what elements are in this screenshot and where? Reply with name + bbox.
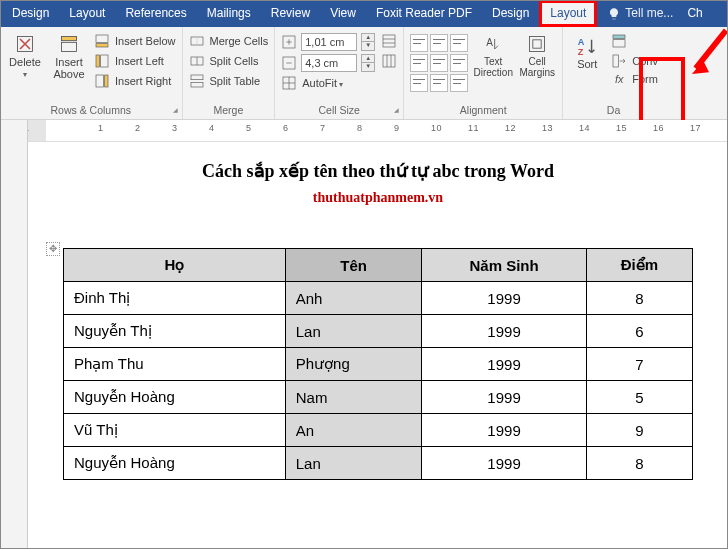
table-row[interactable]: Vũ ThịAn19999	[64, 414, 693, 447]
group-label-cell-size[interactable]: Cell Size	[281, 103, 397, 119]
sort-az-icon: A Z	[576, 36, 598, 58]
group-merge: Merge Cells Split Cells Split Table Merg…	[183, 27, 276, 119]
convert-icon	[611, 53, 627, 69]
group-rows-columns: Delete Insert Above Insert Below Insert …	[0, 27, 183, 119]
cell-ten[interactable]: An	[285, 414, 422, 447]
cell-namsinh[interactable]: 1999	[422, 447, 586, 480]
tell-me-search[interactable]: Tell me...	[597, 0, 683, 27]
cell-margins-button[interactable]: Cell Margins	[518, 30, 556, 78]
cell-ho[interactable]: Nguyễn Hoàng	[64, 447, 286, 480]
cell-ten[interactable]: Anh	[285, 282, 422, 315]
ruler-tick: 7	[320, 123, 326, 133]
insert-below-button[interactable]: Insert Below	[94, 33, 176, 49]
row-height-input[interactable]: 1,01 cm	[301, 33, 357, 51]
ruler-vertical[interactable]	[0, 142, 28, 549]
tab-table-layout[interactable]: Layout	[539, 0, 597, 27]
cell-namsinh[interactable]: 1999	[422, 414, 586, 447]
tab-view[interactable]: View	[320, 0, 366, 27]
tab-references[interactable]: References	[115, 0, 196, 27]
cell-ho[interactable]: Nguyễn Thị	[64, 315, 286, 348]
cell-diem[interactable]: 9	[586, 414, 692, 447]
cell-diem[interactable]: 6	[586, 315, 692, 348]
cell-diem[interactable]: 5	[586, 381, 692, 414]
delete-icon	[15, 34, 35, 54]
table-row[interactable]: Phạm ThuPhượng19997	[64, 348, 693, 381]
align-bc[interactable]	[430, 74, 448, 92]
align-mc[interactable]	[430, 54, 448, 72]
cell-ho[interactable]: Vũ Thị	[64, 414, 286, 447]
table-row[interactable]: Đinh ThịAnh19998	[64, 282, 693, 315]
table-move-handle[interactable]: ✥	[46, 242, 60, 256]
table-row[interactable]: Nguyễn ThịLan19996	[64, 315, 693, 348]
document-page[interactable]: Cách sắp xếp tên theo thứ tự abc trong W…	[28, 142, 728, 549]
col-header-diem[interactable]: Điểm	[586, 249, 692, 282]
align-ml[interactable]	[410, 54, 428, 72]
repeat-header-button[interactable]	[611, 33, 658, 49]
group-label-rows-columns[interactable]: Rows & Columns	[6, 103, 176, 119]
cell-namsinh[interactable]: 1999	[422, 315, 586, 348]
split-cells-button[interactable]: Split Cells	[189, 53, 269, 69]
convert-button[interactable]: Conv	[611, 53, 658, 69]
col-width-input[interactable]: 4,3 cm	[301, 54, 357, 72]
cell-ho[interactable]: Đinh Thị	[64, 282, 286, 315]
table-row[interactable]: Nguyễn HoàngLan19998	[64, 447, 693, 480]
svg-rect-2	[62, 37, 77, 41]
align-tc[interactable]	[430, 34, 448, 52]
tab-layout[interactable]: Layout	[59, 0, 115, 27]
col-header-ten[interactable]: Tên	[285, 249, 422, 282]
insert-above-button[interactable]: Insert Above	[50, 30, 88, 80]
tab-mailings[interactable]: Mailings	[197, 0, 261, 27]
row-height-spinners[interactable]: ▲▼	[361, 33, 375, 51]
distribute-rows-button[interactable]	[381, 33, 397, 49]
col-header-namsinh[interactable]: Năm Sinh	[422, 249, 586, 282]
ruler-horizontal[interactable]: 112345678910111213141516171	[0, 120, 728, 142]
svg-rect-17	[383, 55, 395, 67]
formula-button[interactable]: fx Form	[611, 73, 658, 85]
svg-rect-11	[191, 75, 203, 80]
group-cell-size: 1,01 cm ▲▼ 4,3 cm ▲▼ AutoFit	[275, 27, 404, 119]
sort-button[interactable]: A Z Sort	[569, 30, 605, 70]
cell-diem[interactable]: 7	[586, 348, 692, 381]
doc-subtitle[interactable]: thuthuatphanmem.vn	[28, 190, 728, 206]
data-table[interactable]: Họ Tên Năm Sinh Điểm Đinh ThịAnh19998Ngu…	[63, 248, 693, 480]
cell-namsinh[interactable]: 1999	[422, 282, 586, 315]
cell-diem[interactable]: 8	[586, 447, 692, 480]
tab-strip: Design Layout References Mailings Review…	[0, 0, 728, 27]
align-mr[interactable]	[450, 54, 468, 72]
tab-review[interactable]: Review	[261, 0, 320, 27]
group-label-merge: Merge	[189, 103, 269, 119]
split-table-button[interactable]: Split Table	[189, 73, 269, 89]
cell-ho[interactable]: Nguyễn Hoàng	[64, 381, 286, 414]
insert-right-button[interactable]: Insert Right	[94, 73, 176, 89]
cell-namsinh[interactable]: 1999	[422, 348, 586, 381]
svg-rect-20	[533, 40, 541, 48]
autofit-button[interactable]: AutoFit	[281, 75, 375, 91]
doc-title[interactable]: Cách sắp xếp tên theo thứ tự abc trong W…	[28, 160, 728, 182]
cell-ten[interactable]: Lan	[285, 315, 422, 348]
merge-cells-button[interactable]: Merge Cells	[189, 33, 269, 49]
align-br[interactable]	[450, 74, 468, 92]
tab-foxit[interactable]: Foxit Reader PDF	[366, 0, 482, 27]
svg-text:A: A	[578, 37, 585, 47]
tab-design[interactable]: Design	[2, 0, 59, 27]
align-bl[interactable]	[410, 74, 428, 92]
text-direction-button[interactable]: A Text Direction	[474, 30, 512, 78]
col-header-ho[interactable]: Họ	[64, 249, 286, 282]
insert-left-button[interactable]: Insert Left	[94, 53, 176, 69]
delete-button[interactable]: Delete	[6, 30, 44, 79]
cell-ten[interactable]: Nam	[285, 381, 422, 414]
tab-table-design[interactable]: Design	[482, 0, 539, 27]
distribute-rows-icon	[381, 33, 397, 49]
cell-ho[interactable]: Phạm Thu	[64, 348, 286, 381]
align-tl[interactable]	[410, 34, 428, 52]
table-row[interactable]: Nguyễn HoàngNam19995	[64, 381, 693, 414]
distribute-cols-button[interactable]	[381, 53, 397, 69]
align-tr[interactable]	[450, 34, 468, 52]
svg-rect-16	[383, 35, 395, 47]
cell-ten[interactable]: Lan	[285, 447, 422, 480]
cell-namsinh[interactable]: 1999	[422, 381, 586, 414]
col-width-spinners[interactable]: ▲▼	[361, 54, 375, 72]
cell-ten[interactable]: Phượng	[285, 348, 422, 381]
merge-cells-icon	[189, 33, 205, 49]
cell-diem[interactable]: 8	[586, 282, 692, 315]
